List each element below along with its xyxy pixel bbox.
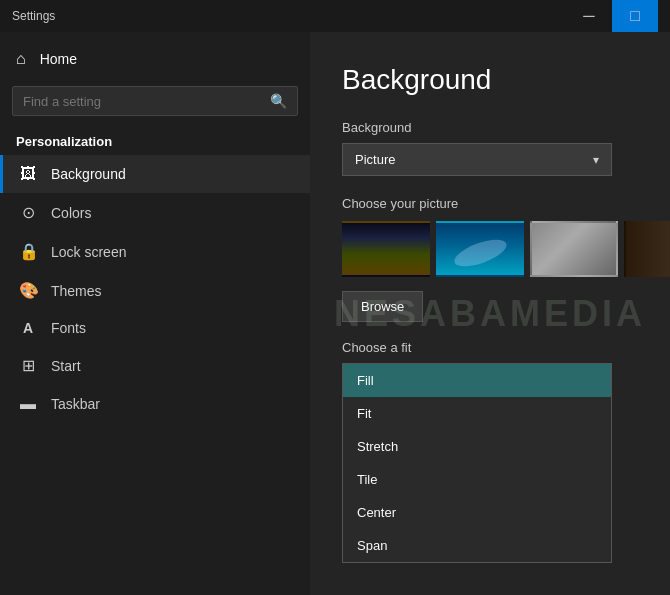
fit-option-fill[interactable]: Fill	[343, 364, 611, 397]
fit-label: Choose a fit	[342, 340, 638, 355]
app-title: Settings	[12, 9, 55, 23]
window-controls: ─ □	[566, 0, 658, 32]
background-icon: 🖼	[19, 165, 37, 183]
background-dropdown-wrapper: Picture ▾	[342, 143, 638, 176]
background-label: Background	[342, 120, 638, 135]
picture-thumb-3[interactable]	[530, 221, 618, 277]
picture-row	[342, 221, 638, 277]
minimize-button[interactable]: ─	[566, 0, 612, 32]
sidebar-item-label: Fonts	[51, 320, 86, 336]
search-icon: 🔍	[270, 93, 287, 109]
sidebar-item-taskbar[interactable]: ▬ Taskbar	[0, 385, 310, 423]
sidebar-item-home[interactable]: ⌂ Home	[0, 40, 310, 78]
picture-thumb-1[interactable]	[342, 221, 430, 277]
background-dropdown-value: Picture	[355, 152, 395, 167]
main-layout: ⌂ Home 🔍 Personalization 🖼 Background ⊙ …	[0, 32, 670, 595]
fit-option-fit[interactable]: Fit	[343, 397, 611, 430]
maximize-button[interactable]: □	[612, 0, 658, 32]
search-input[interactable]	[23, 94, 270, 109]
sidebar-item-colors[interactable]: ⊙ Colors	[0, 193, 310, 232]
home-icon: ⌂	[16, 50, 26, 68]
sidebar-item-background[interactable]: 🖼 Background	[0, 155, 310, 193]
sidebar-item-label: Themes	[51, 283, 102, 299]
sidebar-item-label: Start	[51, 358, 81, 374]
fit-option-stretch[interactable]: Stretch	[343, 430, 611, 463]
sidebar-item-fonts[interactable]: A Fonts	[0, 310, 310, 346]
sidebar-section-title: Personalization	[0, 124, 310, 155]
sidebar-item-label: Background	[51, 166, 126, 182]
sidebar-item-themes[interactable]: 🎨 Themes	[0, 271, 310, 310]
sidebar-item-label: Lock screen	[51, 244, 126, 260]
sidebar: ⌂ Home 🔍 Personalization 🖼 Background ⊙ …	[0, 32, 310, 595]
choose-picture-label: Choose your picture	[342, 196, 638, 211]
start-icon: ⊞	[19, 356, 37, 375]
search-box: 🔍	[12, 86, 298, 116]
chevron-down-icon: ▾	[593, 153, 599, 167]
taskbar-icon: ▬	[19, 395, 37, 413]
colors-icon: ⊙	[19, 203, 37, 222]
themes-icon: 🎨	[19, 281, 37, 300]
sidebar-item-label: Taskbar	[51, 396, 100, 412]
picture-thumb-2[interactable]	[436, 221, 524, 277]
sidebar-item-label: Colors	[51, 205, 91, 221]
content-area: NESABAMEDIA Background Background Pictur…	[310, 32, 670, 595]
sidebar-item-lockscreen[interactable]: 🔒 Lock screen	[0, 232, 310, 271]
fit-dropdown: Fill Fit Stretch Tile Center Span	[342, 363, 612, 563]
fit-option-tile[interactable]: Tile	[343, 463, 611, 496]
browse-button[interactable]: Browse	[342, 291, 423, 322]
lockscreen-icon: 🔒	[19, 242, 37, 261]
fit-option-center[interactable]: Center	[343, 496, 611, 529]
home-label: Home	[40, 51, 77, 67]
fonts-icon: A	[19, 320, 37, 336]
page-title: Background	[342, 64, 638, 96]
fit-option-span[interactable]: Span	[343, 529, 611, 562]
background-dropdown[interactable]: Picture ▾	[342, 143, 612, 176]
title-bar: Settings ─ □	[0, 0, 670, 32]
picture-thumb-4[interactable]	[624, 221, 670, 277]
sidebar-item-start[interactable]: ⊞ Start	[0, 346, 310, 385]
